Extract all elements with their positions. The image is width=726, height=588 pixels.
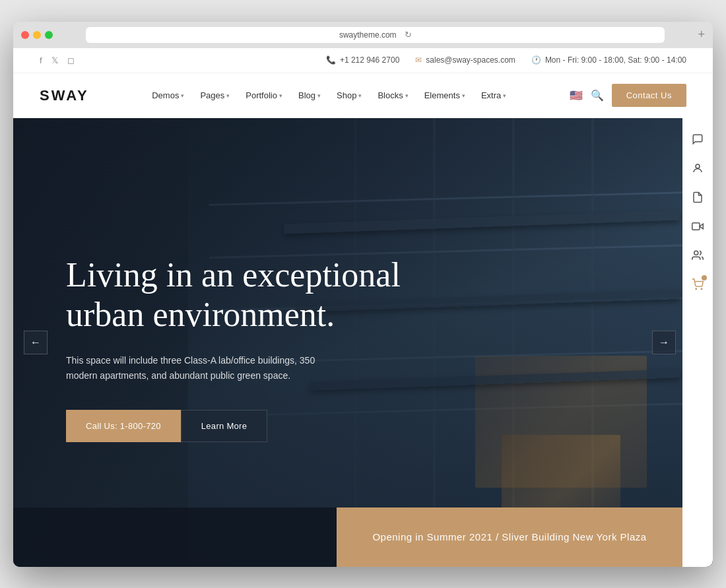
nav-label-shop: Shop: [337, 90, 356, 100]
svg-marker-1: [700, 224, 703, 229]
right-sidebar: [682, 118, 713, 567]
chat-icon: [692, 133, 704, 145]
nav-label-blocks: Blocks: [378, 90, 403, 100]
top-bar: f 𝕏 ◻ 📞 +1 212 946 2700 ✉ sales@sway-spa…: [13, 48, 713, 73]
team-icon: [692, 249, 704, 261]
email-address: sales@sway-spaces.com: [426, 55, 515, 65]
hero-section: Living in an exceptional urban environme…: [13, 118, 713, 567]
user-icon: [692, 162, 704, 174]
hero-prev-arrow[interactable]: ←: [24, 331, 48, 354]
chevron-down-icon: ▾: [279, 92, 282, 99]
hero-bottom-left-overlay: [13, 507, 337, 567]
svg-point-3: [694, 251, 698, 255]
cart-badge-dot: [702, 275, 707, 280]
nav-label-extra: Extra: [481, 90, 501, 100]
instagram-icon[interactable]: ◻: [67, 55, 75, 65]
nav-item-blocks[interactable]: Blocks ▾: [371, 86, 414, 104]
nav-label-elements: Elements: [424, 90, 460, 100]
nav-item-demos[interactable]: Demos ▾: [145, 86, 191, 104]
chevron-down-icon: ▾: [226, 92, 230, 99]
address-bar[interactable]: swaytheme.com ↻: [86, 27, 665, 43]
phone-icon: 📞: [326, 55, 336, 65]
call-us-button[interactable]: Call Us: 1-800-720: [66, 410, 181, 442]
svg-point-5: [701, 288, 702, 290]
hero-next-arrow[interactable]: →: [652, 331, 676, 354]
nav-item-extra[interactable]: Extra ▾: [475, 86, 513, 104]
twitter-icon[interactable]: 𝕏: [51, 55, 58, 65]
facebook-icon[interactable]: f: [40, 55, 42, 65]
chat-icon-button[interactable]: [684, 126, 711, 152]
close-button[interactable]: [21, 31, 29, 39]
chevron-down-icon: ▾: [462, 92, 465, 99]
nav-item-shop[interactable]: Shop ▾: [330, 86, 368, 104]
cart-icon: [692, 278, 704, 290]
new-tab-button[interactable]: +: [698, 28, 705, 42]
chevron-down-icon: ▾: [503, 92, 506, 99]
document-icon-button[interactable]: [684, 184, 711, 211]
bottom-banner: Opening in Summer 2021 / Sliver Building…: [337, 507, 682, 567]
cart-icon-button[interactable]: [684, 271, 711, 298]
social-icons: f 𝕏 ◻: [40, 55, 75, 65]
hero-subtitle: This space will include three Class-A la…: [66, 353, 330, 383]
hero-title: Living in an exceptional urban environme…: [66, 255, 422, 335]
nav-item-pages[interactable]: Pages ▾: [193, 86, 236, 104]
nav-label-demos: Demos: [152, 90, 179, 100]
chevron-down-icon: ▾: [358, 92, 362, 99]
chevron-down-icon: ▾: [405, 92, 409, 99]
team-icon-button[interactable]: [684, 242, 711, 269]
chevron-down-icon: ▾: [317, 92, 321, 99]
minimize-button[interactable]: [33, 31, 41, 39]
nav-label-pages: Pages: [200, 90, 224, 100]
phone-number: +1 212 946 2700: [340, 55, 399, 65]
video-icon-button[interactable]: [684, 213, 711, 240]
website: f 𝕏 ◻ 📞 +1 212 946 2700 ✉ sales@sway-spa…: [13, 48, 713, 567]
main-nav: SWAY Demos ▾ Pages ▾ Portfolio ▾ Blog ▾: [13, 73, 713, 118]
hero-buttons: Call Us: 1-800-720 Learn More: [66, 410, 660, 442]
browser-chrome: swaytheme.com ↻ +: [13, 22, 713, 48]
refresh-icon[interactable]: ↻: [405, 30, 412, 40]
svg-point-0: [696, 164, 700, 168]
site-logo[interactable]: SWAY: [40, 87, 89, 104]
hours-info: 🕐 Mon - Fri: 9:00 - 18:00, Sat: 9:00 - 1…: [531, 55, 686, 65]
browser-window: swaytheme.com ↻ + f 𝕏 ◻ 📞 +1 212 946 270…: [13, 22, 713, 567]
nav-label-blog: Blog: [298, 90, 315, 100]
search-icon[interactable]: 🔍: [591, 89, 604, 102]
nav-label-portfolio: Portfolio: [246, 90, 277, 100]
contact-us-button[interactable]: Contact Us: [612, 84, 686, 107]
learn-more-button[interactable]: Learn More: [181, 410, 267, 442]
clock-icon: 🕐: [531, 55, 541, 65]
document-icon: [692, 191, 704, 203]
chevron-down-icon: ▾: [181, 92, 184, 99]
nav-item-blog[interactable]: Blog ▾: [292, 86, 327, 104]
nav-right: 🇺🇸 🔍 Contact Us: [570, 84, 686, 107]
traffic-lights: [21, 31, 53, 39]
nav-item-portfolio[interactable]: Portfolio ▾: [239, 86, 289, 104]
business-hours: Mon - Fri: 9:00 - 18:00, Sat: 9:00 - 14:…: [545, 55, 686, 65]
email-info: ✉ sales@sway-spaces.com: [415, 55, 515, 65]
nav-links: Demos ▾ Pages ▾ Portfolio ▾ Blog ▾ Shop: [145, 86, 513, 104]
contact-info: 📞 +1 212 946 2700 ✉ sales@sway-spaces.co…: [326, 55, 686, 65]
bottom-banner-text: Opening in Summer 2021 / Sliver Building…: [372, 531, 646, 542]
svg-rect-2: [692, 222, 700, 230]
video-icon: [692, 220, 704, 232]
right-arrow-icon: →: [659, 337, 669, 348]
hero-content: Living in an exceptional urban environme…: [13, 118, 713, 567]
left-arrow-icon: ←: [30, 337, 41, 348]
svg-point-4: [696, 288, 697, 290]
url-text: swaytheme.com: [339, 30, 397, 40]
phone-info: 📞 +1 212 946 2700: [326, 55, 399, 65]
language-flag-icon[interactable]: 🇺🇸: [570, 89, 583, 102]
maximize-button[interactable]: [45, 31, 53, 39]
nav-item-elements[interactable]: Elements ▾: [418, 86, 472, 104]
email-icon: ✉: [415, 55, 422, 65]
user-icon-button[interactable]: [684, 155, 711, 181]
